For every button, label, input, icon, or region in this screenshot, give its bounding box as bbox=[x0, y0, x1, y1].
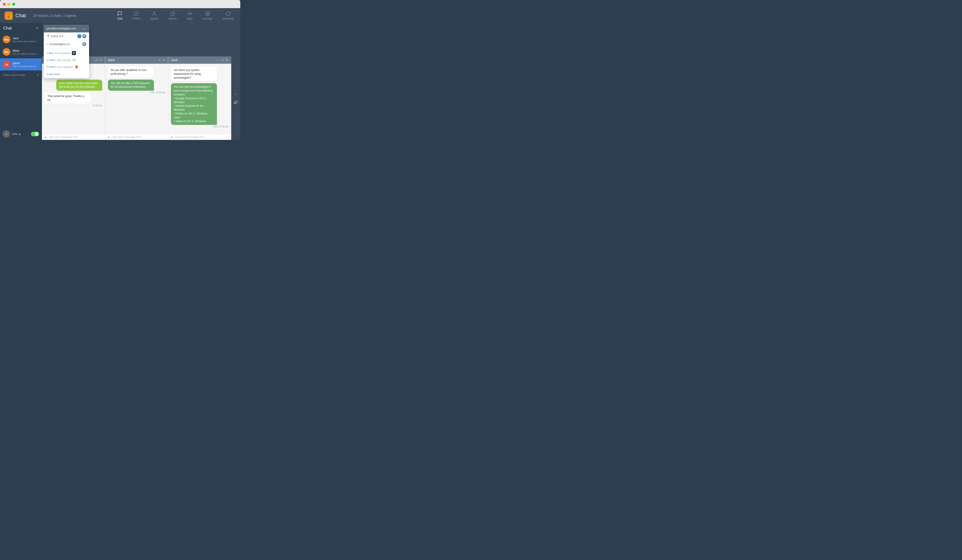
visitor-info: 20 visitors, 3 chats, 2 agents bbox=[29, 14, 115, 18]
chat-item-jason[interactable]: Ja jason Can our team get a live 1-on-..… bbox=[0, 58, 42, 71]
panel-input-mark[interactable]: ▲ Type your message here bbox=[105, 134, 168, 140]
expand-icon-jack[interactable]: ▲ bbox=[171, 136, 173, 139]
panel-header-jack: Jack — ↗ ✕ bbox=[168, 56, 231, 64]
close-button[interactable] bbox=[3, 3, 6, 6]
panel-name-jack: Jack bbox=[171, 58, 178, 62]
panel-actions-mark: ↗ ✕ bbox=[158, 58, 165, 62]
nav-chat-label: chat bbox=[117, 17, 123, 20]
panel-header-mark: Mark ↗ ✕ bbox=[105, 56, 168, 64]
panel-name-mark: Mark bbox=[108, 58, 115, 62]
transfer-icon-jack[interactable]: ↗ bbox=[221, 58, 224, 62]
location-pin-icon: 📍 bbox=[47, 35, 50, 38]
chat-name-jason: jason bbox=[13, 61, 39, 65]
transfer-icon[interactable]: ↗ bbox=[95, 58, 98, 62]
nav-agents-label: agents bbox=[150, 17, 158, 20]
orders-link[interactable]: 2 orders bbox=[47, 59, 55, 61]
add-chat-button[interactable]: + bbox=[36, 25, 39, 31]
chat-item-jack[interactable]: Ma Jack Are there any system requirem... bbox=[0, 33, 42, 46]
message-group-3: That would be great, Thanks a lot. 12:20… bbox=[45, 92, 102, 107]
message-input-mark[interactable]: Type your message here bbox=[111, 136, 166, 139]
other-chats-label: Other active chats bbox=[3, 73, 25, 77]
main-area: john@acmewidgets.com 3 m 📍 Irvine, CA 🌐 … bbox=[42, 23, 240, 140]
panel-input-jack[interactable]: ▲ Type your message here bbox=[168, 134, 231, 140]
message-visitor-mark-1: Do you offer academic or non-profit pric… bbox=[108, 66, 154, 78]
minimize-icon-jack[interactable]: — bbox=[216, 58, 220, 62]
message-agent-mark-1: Yes, We do offer a 70% discount for all … bbox=[108, 79, 154, 91]
message-visitor-jack-1: Are there any system requirements for us… bbox=[171, 66, 217, 81]
message-input-jason[interactable]: Type your message here bbox=[48, 136, 103, 139]
shopify-icon: 🛍 bbox=[72, 58, 76, 62]
popup-location-text: Irvine, CA bbox=[51, 35, 76, 38]
popup-time: 3 m bbox=[82, 27, 86, 30]
panel-input-jason[interactable]: ▲ Type your message here bbox=[42, 134, 105, 140]
chat-preview-jason: Can our team get a live 1-on-... bbox=[13, 65, 39, 68]
sound-button[interactable]: 🔊 bbox=[234, 100, 238, 104]
message-agent-1: Sure, Robin from the sales team will ema… bbox=[56, 79, 102, 91]
nav-reports-label: reports bbox=[168, 17, 177, 20]
nav-manage-label: manage bbox=[203, 17, 213, 20]
nav-item-chat[interactable]: chat bbox=[115, 10, 124, 21]
nav-item-agents[interactable]: agents bbox=[148, 10, 160, 21]
chat-preview-jack: Are there any system requirem... bbox=[13, 40, 39, 43]
nav-automate-label: automate bbox=[223, 17, 234, 20]
panel-messages-jack: Are there any system requirements for us… bbox=[168, 64, 231, 134]
message-group-jack-2: You can use the acmewidget if you're usi… bbox=[171, 83, 229, 128]
close-panel-jack[interactable]: ✕ bbox=[226, 58, 229, 62]
svg-point-6 bbox=[188, 12, 191, 15]
status-toggle[interactable] bbox=[31, 132, 39, 136]
popup-deal-item[interactable]: 1 deal from pipedrive P bbox=[44, 50, 89, 56]
chat-name-mark: Mark bbox=[13, 49, 39, 52]
panel-actions-jason: ↗ ✕ bbox=[95, 58, 102, 62]
expand-icon-mark[interactable]: ▲ bbox=[107, 136, 110, 139]
message-visitor-2: That would be great, Thanks a lot. bbox=[45, 92, 91, 104]
panel-messages-mark: Do you offer academic or non-profit pric… bbox=[105, 64, 168, 134]
popup-email: john@acmewidgets.com bbox=[47, 27, 76, 30]
message-agent-jack-1: You can use the acmewidget if you're usi… bbox=[171, 83, 217, 125]
transfer-icon-mark[interactable]: ↗ bbox=[158, 58, 161, 62]
org-badge: 1 bbox=[82, 42, 86, 46]
close-panel-mark[interactable]: ✕ bbox=[163, 58, 165, 62]
popup-tickets-item[interactable]: 6 tickets from Happyfox 🦊 bbox=[44, 64, 89, 70]
popup-location-icons: 🌐 🌍 bbox=[77, 34, 86, 38]
expand-icon[interactable]: ▲ bbox=[44, 136, 47, 139]
message-input-jack[interactable]: Type your message here bbox=[174, 136, 229, 139]
avatar-mark: Ma bbox=[3, 48, 10, 56]
globe-icon: 🌐 bbox=[77, 34, 81, 38]
popup-org-name: Acmewidgets Co bbox=[49, 43, 81, 46]
app-title: Chat bbox=[15, 13, 26, 19]
popup-orders-item[interactable]: 2 orders from Shopify 🛍 bbox=[44, 56, 89, 64]
close-panel-jason[interactable]: ✕ bbox=[100, 58, 102, 62]
chat-panel-jack: Jack — ↗ ✕ Are there any system requirem… bbox=[168, 56, 231, 140]
topnav: Chat 20 visitors, 3 chats, 2 agents chat… bbox=[0, 8, 240, 23]
nav-item-apps[interactable]: apps bbox=[185, 10, 195, 21]
minimize-button[interactable] bbox=[8, 3, 10, 6]
other-chats-toggle[interactable]: Other active chats ▾ bbox=[0, 71, 42, 79]
avatar-jack: Ma bbox=[3, 36, 10, 43]
tickets-link[interactable]: 6 tickets bbox=[47, 66, 55, 68]
message-time-jack-1: John, 01:30 pm bbox=[171, 125, 229, 128]
agent-avatar: J bbox=[3, 131, 10, 138]
nav-items: chat history agents bbox=[115, 10, 236, 21]
sidebar-footer: J John ▲ bbox=[0, 128, 42, 140]
happyfox-icon: 🦊 bbox=[74, 65, 78, 69]
browser-icon: 🌍 bbox=[82, 34, 86, 38]
nav-item-history[interactable]: history bbox=[131, 10, 142, 21]
nav-item-reports[interactable]: reports bbox=[166, 10, 179, 21]
nav-item-manage[interactable]: manage bbox=[201, 10, 215, 21]
chevron-down-icon: ▾ bbox=[37, 73, 39, 77]
chat-name-jack: Jack bbox=[13, 37, 39, 40]
nav-item-automate[interactable]: automate bbox=[221, 10, 236, 21]
deal-link[interactable]: 1 deal bbox=[47, 52, 53, 55]
popup-items: 1 deal from pipedrive P 2 orders from Sh… bbox=[44, 48, 89, 71]
orders-from: from Shopify bbox=[57, 59, 71, 61]
expand-button[interactable]: ⤢ bbox=[234, 92, 237, 96]
chat-panel-mark: Mark ↗ ✕ Do you offer academic or non-pr… bbox=[105, 56, 168, 140]
panel-actions-jack: — ↗ ✕ bbox=[216, 58, 229, 62]
chat-item-mark[interactable]: Ma Mark Do you offer academic or non-... bbox=[0, 46, 42, 58]
pipedrive-icon: P bbox=[72, 51, 76, 55]
sidebar-title: Chat bbox=[3, 26, 12, 31]
svg-point-7 bbox=[207, 13, 208, 14]
chat-info-jack: Jack Are there any system requirem... bbox=[13, 37, 39, 43]
popup-location: 📍 Irvine, CA 🌐 🌍 bbox=[44, 32, 89, 40]
maximize-button[interactable] bbox=[12, 3, 15, 6]
